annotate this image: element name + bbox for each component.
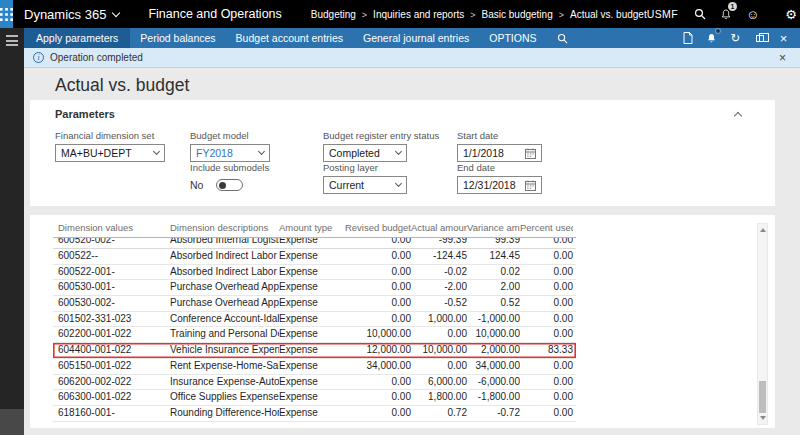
cell-revised-budget: 0.00 bbox=[343, 406, 411, 421]
cell-amount-type: Expense bbox=[279, 238, 343, 248]
toggle-knob bbox=[219, 182, 226, 189]
table-row[interactable]: 600530-002-Purchase Overhead Applied-Au.… bbox=[53, 296, 576, 312]
cell-dimension-descriptions: Purchase Overhead Applied-Au... bbox=[170, 296, 279, 311]
column-header-actual-amount[interactable]: Actual amount bbox=[411, 222, 467, 233]
company-selector[interactable]: USMF bbox=[647, 8, 678, 20]
cell-amount-type: Expense bbox=[279, 249, 343, 264]
cell-variance-amount: -1,000.00 bbox=[467, 312, 520, 327]
table-row[interactable]: 600520-002-Absorbed Internal Logistics C… bbox=[53, 238, 576, 249]
close-pane-icon[interactable]: × bbox=[776, 28, 791, 48]
scrollbar-thumb[interactable] bbox=[759, 381, 766, 413]
start-date-input[interactable]: 1/1/2018 bbox=[457, 144, 542, 162]
action-pane-search-icon[interactable] bbox=[547, 28, 578, 48]
table-row[interactable]: 604400-001-022Vehicle Insurance Expense-… bbox=[53, 343, 576, 359]
cell-variance-amount: -1,800.00 bbox=[467, 390, 520, 405]
hamburger-menu-icon[interactable] bbox=[6, 35, 18, 46]
tab-budget-account-entries[interactable]: Budget account entries bbox=[226, 28, 353, 48]
cell-variance-amount: 0.02 bbox=[467, 265, 520, 280]
tab-options[interactable]: OPTIONS bbox=[479, 28, 546, 48]
cell-variance-amount: 2.00 bbox=[467, 280, 520, 295]
tab-period-balances[interactable]: Period balances bbox=[130, 28, 225, 48]
field-start-date: Start date 1/1/2018 bbox=[457, 130, 542, 162]
refresh-icon[interactable]: ↻ bbox=[728, 28, 743, 48]
cell-amount-type: Expense bbox=[279, 406, 343, 421]
cell-revised-budget: 0.00 bbox=[343, 280, 411, 295]
column-header-dimension-values[interactable]: Dimension values bbox=[58, 222, 170, 233]
posting-layer-select[interactable]: Current bbox=[323, 176, 407, 194]
notification-close-icon[interactable]: × bbox=[779, 51, 786, 65]
table-row[interactable]: 600530-001-Purchase Overhead Applied-Ho.… bbox=[53, 280, 576, 296]
table-row[interactable]: 602200-001-022Training and Personal Deve… bbox=[53, 327, 576, 343]
app-window: Dynamics 365 Finance and Operations Budg… bbox=[0, 0, 800, 435]
cell-variance-amount: 34,000.00 bbox=[467, 359, 520, 374]
include-submodels-toggle[interactable] bbox=[216, 179, 243, 191]
cell-actual-amount: -0.52 bbox=[411, 296, 467, 311]
settings-gear-icon[interactable]: ⚙ bbox=[785, 5, 797, 23]
breadcrumb-group[interactable]: Basic budgeting bbox=[482, 9, 570, 20]
collapse-section-icon[interactable] bbox=[734, 112, 742, 120]
cell-variance-amount: -0.72 bbox=[467, 406, 520, 421]
waffle-grid-icon bbox=[0, 8, 13, 21]
table-row[interactable]: 618160-001-Rounding Difference-Home-Expe… bbox=[53, 406, 576, 422]
table-row[interactable]: 605150-001-022Rent Expense-Home-Sales & … bbox=[53, 359, 576, 375]
search-icon[interactable] bbox=[694, 5, 706, 23]
field-end-date: End date 12/31/2018 bbox=[457, 162, 542, 194]
cell-revised-budget: 0.00 bbox=[343, 238, 411, 248]
column-header-amount-type[interactable]: Amount type bbox=[279, 222, 343, 233]
feedback-smiley-icon[interactable]: ☺ bbox=[746, 5, 759, 23]
action-center-icon[interactable]: 1 bbox=[720, 5, 732, 23]
breadcrumb-area[interactable]: Inquiries and reports bbox=[373, 9, 481, 20]
grid-rows: 600520-002-Absorbed Internal Logistics C… bbox=[53, 238, 576, 422]
cell-dimension-values: 600530-001- bbox=[58, 280, 170, 295]
cell-revised-budget: 10,000.00 bbox=[343, 327, 411, 342]
cell-actual-amount: -2.00 bbox=[411, 280, 467, 295]
vertical-scrollbar[interactable] bbox=[757, 223, 768, 425]
sidebar-footer-button[interactable] bbox=[0, 409, 24, 435]
dynamics-brand-menu[interactable]: Dynamics 365 bbox=[13, 7, 133, 22]
main-content: Actual vs. budget Parameters Financial d… bbox=[24, 68, 800, 435]
alerts-bell-icon[interactable] bbox=[704, 28, 719, 48]
table-row[interactable]: 600522-001-Absorbed Indirect Labor Cost-… bbox=[53, 265, 576, 281]
cell-variance-amount: 99.39 bbox=[467, 238, 520, 248]
budget-register-entry-status-select[interactable]: Completed bbox=[323, 144, 407, 162]
field-label: Financial dimension set bbox=[55, 130, 165, 141]
cell-dimension-descriptions: Conference Account-Idaho-Ope... bbox=[170, 312, 279, 327]
cell-revised-budget: 0.00 bbox=[343, 265, 411, 280]
table-row[interactable]: 600522--Absorbed Indirect Labor Cost--Ex… bbox=[53, 249, 576, 265]
chevron-down-icon bbox=[112, 8, 120, 16]
calendar-icon bbox=[525, 148, 536, 159]
breadcrumb-module[interactable]: Budgeting bbox=[311, 9, 373, 20]
open-new-window-icon[interactable] bbox=[752, 28, 767, 48]
app-launcher-icon[interactable] bbox=[0, 0, 13, 28]
scroll-down-arrow-icon[interactable] bbox=[760, 416, 766, 420]
table-row[interactable]: 606300-001-022Office Supplies Expense-Ho… bbox=[53, 390, 576, 406]
column-header-percent-used[interactable]: Percent used bbox=[520, 222, 573, 233]
attach-document-icon[interactable] bbox=[680, 28, 695, 48]
table-row[interactable]: 606200-002-022Insurance Expense-Auto-Sal… bbox=[53, 375, 576, 391]
chevron-down-icon bbox=[153, 148, 160, 155]
cell-actual-amount: 10,000.00 bbox=[411, 343, 467, 358]
column-header-variance-amount[interactable]: Variance amount bbox=[467, 222, 520, 233]
cell-percent-used: 0.00 bbox=[520, 312, 573, 327]
nav-sidebar[interactable] bbox=[0, 28, 24, 435]
app-name[interactable]: Finance and Operations bbox=[133, 7, 296, 21]
scroll-up-arrow-icon[interactable] bbox=[760, 228, 766, 232]
action-center-badge: 1 bbox=[728, 2, 737, 11]
end-date-input[interactable]: 12/31/2018 bbox=[457, 176, 542, 194]
cell-percent-used: 0.00 bbox=[520, 280, 573, 295]
cell-dimension-values: 606300-001-022 bbox=[58, 390, 170, 405]
financial-dimension-set-select[interactable]: MA+BU+DEPT bbox=[55, 144, 165, 162]
cell-percent-used: 0.00 bbox=[520, 406, 573, 421]
column-header-dimension-descriptions[interactable]: Dimension descriptions bbox=[170, 222, 279, 233]
tab-apply-parameters[interactable]: Apply parameters bbox=[24, 28, 130, 48]
tab-general-journal-entries[interactable]: General journal entries bbox=[353, 28, 479, 48]
cell-dimension-values: 601502-331-023 bbox=[58, 312, 170, 327]
cell-actual-amount: -99.39 bbox=[411, 238, 467, 248]
budget-model-select[interactable]: FY2018 bbox=[190, 144, 270, 162]
cell-dimension-descriptions: Absorbed Indirect Labor Cost-H... bbox=[170, 265, 279, 280]
cell-percent-used: 0.00 bbox=[520, 359, 573, 374]
field-budget-model: Budget model FY2018 bbox=[190, 130, 270, 162]
table-row[interactable]: 601502-331-023Conference Account-Idaho-O… bbox=[53, 312, 576, 328]
column-header-revised-budget[interactable]: Revised budget bbox=[343, 222, 411, 233]
cell-revised-budget: 34,000.00 bbox=[343, 359, 411, 374]
